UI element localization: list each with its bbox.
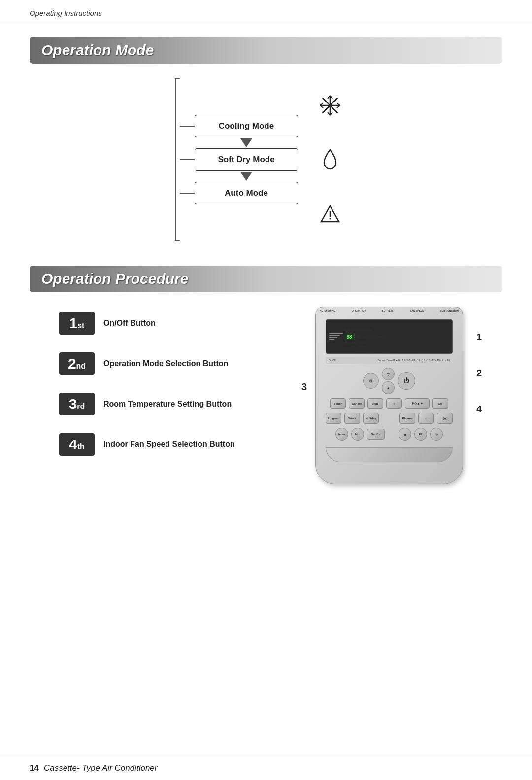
auto-mode-row: Auto Mode xyxy=(180,182,298,204)
timer-btn[interactable]: Timer xyxy=(330,398,346,409)
footer-page-number: 14 xyxy=(30,763,39,773)
p2-label: P2 xyxy=(419,433,422,436)
program-label: Program xyxy=(328,417,340,420)
lcd-7seg: 88 xyxy=(344,333,355,340)
remote-snowflake-area: ❄ xyxy=(363,373,379,389)
section2-title: Operation Procedure xyxy=(41,271,188,287)
2ndf-btn[interactable]: 2ndF xyxy=(367,398,383,409)
step-label-1: On/Off Button xyxy=(103,319,156,328)
section1-title: Operation Mode xyxy=(41,42,154,58)
lcd-heater: Heater xyxy=(355,329,363,332)
step-number-2: 2 xyxy=(68,355,76,372)
mode-flow: Cooling Mode Soft Dry Mode xyxy=(160,78,342,241)
remote-program-row: Program Week Holiday Plasma ⌂ ⟨❄⟩ xyxy=(322,413,457,424)
softdry-icon xyxy=(318,147,342,172)
softdry-mode-box: Soft Dry Mode xyxy=(195,148,298,171)
snowflake-icon: ❄ xyxy=(369,378,373,384)
remote-num1: 1 xyxy=(476,332,482,343)
min-label: Min xyxy=(355,433,360,436)
remote-device: AUTO SWING OPERATION SET TEMP FAN SPEED … xyxy=(315,307,463,484)
cf-label: C/F xyxy=(438,402,443,405)
procedure-wrapper: 1st On/Off Button 2nd Operation Mode Sel… xyxy=(0,292,532,509)
holiday-btn[interactable]: Holiday xyxy=(363,413,379,424)
step-number-4: 4 xyxy=(69,436,77,453)
arrow-down-2 xyxy=(240,172,252,181)
page-footer: 14 Cassette- Type Air Conditioner xyxy=(0,756,532,780)
lcd-preheat: Preheat xyxy=(364,329,372,332)
fan-line-2 xyxy=(329,335,340,336)
up-arrow-btn[interactable]: ▲ xyxy=(382,381,395,394)
auto-mode-label: Auto Mode xyxy=(225,188,268,198)
step-row-3: 3rd Room Temperature Setting Button xyxy=(59,393,305,415)
down-arrow-btn[interactable]: ▽ xyxy=(382,368,395,380)
remote-hour-row: Hour Min Set/Clr ◉ P2 ↻ xyxy=(322,428,457,441)
fan-line-1 xyxy=(329,333,343,334)
step-suffix-3: rd xyxy=(77,402,85,411)
svg-point-14 xyxy=(330,218,331,220)
step-badge-4: 4th xyxy=(59,433,95,456)
plasma-label: Plasma xyxy=(402,417,412,420)
power-btn[interactable]: ⏻ xyxy=(398,372,415,390)
p2-btn[interactable]: P2 xyxy=(414,428,427,441)
remote-num2: 2 xyxy=(476,368,482,379)
cancel-btn[interactable]: Cancel xyxy=(349,398,365,409)
info-onoff: On Off xyxy=(329,359,336,362)
mode-symbols-label: ❄◇▲✦ xyxy=(411,402,423,406)
fan-btn[interactable]: ⟨❄⟩ xyxy=(437,413,453,424)
lcd-row2: 88 MED JET Defrost Humidity xyxy=(344,333,449,340)
remote-wrap: 3 AUTO SWING OPERATION SET TEMP FAN SPEE… xyxy=(315,307,463,484)
cf-btn[interactable]: C/F xyxy=(432,398,448,409)
min-btn[interactable]: Min xyxy=(351,428,364,441)
section2-title-bar: Operation Procedure xyxy=(30,266,502,292)
remote-screen-inner: Hi AUTO Heater Preheat 88 xyxy=(326,320,452,353)
remote-col: 3 AUTO SWING OPERATION SET TEMP FAN SPEE… xyxy=(305,307,473,484)
step-suffix-1: st xyxy=(77,321,84,330)
home-btn[interactable]: ⌂ xyxy=(418,413,434,424)
tab-sub-function: SUB FUNCTION xyxy=(440,309,459,312)
lcd-med: MED xyxy=(356,335,361,338)
arrow-circ-btn[interactable]: ↻ xyxy=(430,428,443,441)
qmark-btn[interactable]: ◉ xyxy=(399,428,411,441)
mode-box-wrapper-auto: Auto Mode xyxy=(195,182,298,204)
snowflake-btn[interactable]: ❄ xyxy=(363,373,379,389)
mode-box-wrapper-softdry: Soft Dry Mode xyxy=(195,148,298,171)
fan-label: ⟨❄⟩ xyxy=(443,417,447,420)
header-title: Operating Instructions xyxy=(30,9,102,17)
step-number-1: 1 xyxy=(69,315,78,332)
info-time: Set no. Time 01 • 03 • 05 • 07 • 09 • 11… xyxy=(378,359,450,362)
lcd-hi: Hi xyxy=(344,329,346,332)
mode-symbols-btn[interactable]: ❄◇▲✦ xyxy=(405,398,430,409)
lcd-bottom-row: 999 PLASMA 2ndF Time ZONE 1 2 3 4 xyxy=(326,353,452,354)
bracket-bottom xyxy=(175,240,180,241)
remote-tabs: AUTO SWING OPERATION SET TEMP FAN SPEED … xyxy=(316,307,463,313)
step-row-1: 1st On/Off Button xyxy=(59,312,305,335)
hour-btn[interactable]: Hour xyxy=(335,428,348,441)
remote-info-band: On Off Set no. Time 01 • 03 • 05 • 07 • … xyxy=(326,357,453,364)
tab-operation: OPERATION xyxy=(352,309,366,312)
cancel-label: Cancel xyxy=(352,402,362,405)
plasma-btn[interactable]: Plasma xyxy=(399,413,415,424)
program-btn[interactable]: Program xyxy=(326,413,341,424)
step-row-2: 2nd Operation Mode Selection Button xyxy=(59,352,305,375)
lcd-defrost: Defrost xyxy=(367,335,375,338)
plus-label: + xyxy=(393,402,395,405)
lcd-auto: AUTO xyxy=(347,329,354,332)
holiday-label: Holiday xyxy=(366,417,376,420)
remote-bottom-curve xyxy=(326,447,453,462)
lcd-7seg-text: 88 xyxy=(346,334,352,339)
plus-btn[interactable]: + xyxy=(386,398,402,409)
step-label-4: Indoor Fan Speed Selection Button xyxy=(103,440,235,449)
week-label: Week xyxy=(348,417,356,420)
step-row-4: 4th Indoor Fan Speed Selection Button xyxy=(59,433,305,456)
week-btn[interactable]: Week xyxy=(344,413,360,424)
auto-icon xyxy=(318,202,342,226)
steps-col: 1st On/Off Button 2nd Operation Mode Sel… xyxy=(59,307,305,484)
tab-fan-speed: FAN SPEED xyxy=(410,309,424,312)
page-header: Operating Instructions xyxy=(0,0,532,23)
section1-title-bar: Operation Mode xyxy=(30,37,502,64)
timer-label: Timer xyxy=(334,402,342,405)
fan-icon-area xyxy=(329,322,343,351)
bracket-top xyxy=(175,78,180,79)
mode-boxes: Cooling Mode Soft Dry Mode xyxy=(180,115,298,204)
setclr-btn[interactable]: Set/Clr xyxy=(367,429,385,440)
